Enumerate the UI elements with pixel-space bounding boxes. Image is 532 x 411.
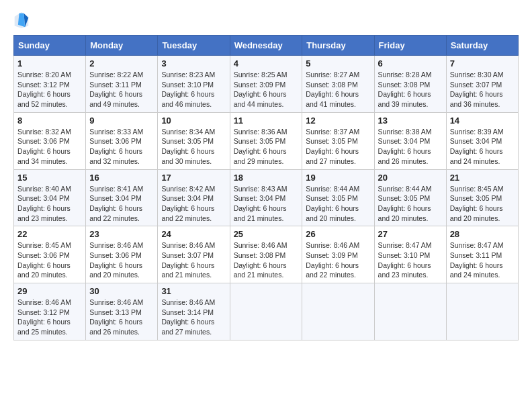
sunrise-text: Sunrise: 8:47 AM [378,241,432,249]
day-info: Sunrise: 8:40 AM Sunset: 3:04 PM Dayligh… [17,184,82,224]
calendar-cell: 28 Sunrise: 8:47 AM Sunset: 3:11 PM Dayl… [446,226,518,283]
daylight-text: Daylight: 6 hours and 26 minutes. [378,147,431,165]
calendar-cell: 23 Sunrise: 8:46 AM Sunset: 3:06 PM Dayl… [86,226,158,283]
sunrise-text: Sunrise: 8:46 AM [89,241,143,249]
calendar-cell: 8 Sunrise: 8:32 AM Sunset: 3:06 PM Dayli… [14,112,86,169]
daylight-text: Daylight: 6 hours and 27 minutes. [161,318,214,336]
sunset-text: Sunset: 3:05 PM [450,194,502,202]
calendar-cell [374,283,446,340]
sunset-text: Sunset: 3:09 PM [234,81,286,89]
day-info: Sunrise: 8:36 AM Sunset: 3:05 PM Dayligh… [234,127,299,167]
sunset-text: Sunset: 3:06 PM [17,251,70,259]
day-number: 8 [17,116,82,126]
daylight-text: Daylight: 6 hours and 22 minutes. [161,204,214,222]
sunset-text: Sunset: 3:14 PM [161,308,214,316]
daylight-text: Daylight: 6 hours and 22 minutes. [306,261,359,279]
calendar-cell: 18 Sunrise: 8:43 AM Sunset: 3:04 PM Dayl… [230,169,302,226]
day-number: 22 [17,229,82,239]
sunset-text: Sunset: 3:06 PM [17,137,70,145]
sunrise-text: Sunrise: 8:25 AM [234,71,287,79]
calendar-cell: 19 Sunrise: 8:44 AM Sunset: 3:05 PM Dayl… [302,169,374,226]
daylight-text: Daylight: 6 hours and 24 minutes. [450,147,503,165]
calendar-cell [230,283,302,340]
sunset-text: Sunset: 3:07 PM [161,251,214,259]
daylight-text: Daylight: 6 hours and 20 minutes. [89,261,142,279]
sunset-text: Sunset: 3:11 PM [89,81,142,89]
day-number: 6 [378,58,443,68]
day-number: 13 [378,116,443,126]
sunset-text: Sunset: 3:08 PM [306,81,358,89]
calendar-week-1: 1 Sunrise: 8:20 AM Sunset: 3:12 PM Dayli… [14,56,519,113]
calendar-cell: 10 Sunrise: 8:34 AM Sunset: 3:05 PM Dayl… [158,112,230,169]
day-info: Sunrise: 8:22 AM Sunset: 3:11 PM Dayligh… [89,70,154,109]
calendar-cell: 1 Sunrise: 8:20 AM Sunset: 3:12 PM Dayli… [14,56,86,113]
weekday-header-thursday: Thursday [302,36,374,56]
daylight-text: Daylight: 6 hours and 44 minutes. [234,90,287,108]
sunrise-text: Sunrise: 8:22 AM [89,71,143,79]
daylight-text: Daylight: 6 hours and 22 minutes. [89,204,142,222]
sunrise-text: Sunrise: 8:23 AM [161,71,215,79]
sunset-text: Sunset: 3:12 PM [17,308,70,316]
sunset-text: Sunset: 3:05 PM [234,137,286,145]
daylight-text: Daylight: 6 hours and 27 minutes. [306,147,359,165]
sunset-text: Sunset: 3:04 PM [161,194,214,202]
calendar-body: 1 Sunrise: 8:20 AM Sunset: 3:12 PM Dayli… [14,56,519,340]
calendar-cell: 14 Sunrise: 8:39 AM Sunset: 3:04 PM Dayl… [446,112,518,169]
calendar-cell: 30 Sunrise: 8:46 AM Sunset: 3:13 PM Dayl… [86,283,158,340]
daylight-text: Daylight: 6 hours and 34 minutes. [17,147,71,165]
calendar-cell: 26 Sunrise: 8:46 AM Sunset: 3:09 PM Dayl… [302,226,374,283]
day-info: Sunrise: 8:46 AM Sunset: 3:07 PM Dayligh… [161,240,226,280]
weekday-header-friday: Friday [374,36,446,56]
calendar-week-2: 8 Sunrise: 8:32 AM Sunset: 3:06 PM Dayli… [14,112,519,169]
calendar-cell: 3 Sunrise: 8:23 AM Sunset: 3:10 PM Dayli… [158,56,230,113]
daylight-text: Daylight: 6 hours and 23 minutes. [378,261,431,279]
sunrise-text: Sunrise: 8:46 AM [17,298,71,306]
day-number: 23 [89,229,154,239]
day-number: 28 [450,229,515,239]
calendar-cell: 13 Sunrise: 8:38 AM Sunset: 3:04 PM Dayl… [374,112,446,169]
sunset-text: Sunset: 3:04 PM [450,137,502,145]
sunrise-text: Sunrise: 8:46 AM [306,241,359,249]
calendar-cell: 9 Sunrise: 8:33 AM Sunset: 3:06 PM Dayli… [86,112,158,169]
daylight-text: Daylight: 6 hours and 20 minutes. [306,204,359,222]
day-number: 19 [306,173,370,183]
svg-marker-2 [18,13,25,28]
sunset-text: Sunset: 3:10 PM [161,81,214,89]
sunrise-text: Sunrise: 8:45 AM [450,185,504,193]
day-info: Sunrise: 8:42 AM Sunset: 3:04 PM Dayligh… [161,184,226,224]
day-number: 3 [161,58,226,68]
sunrise-text: Sunrise: 8:27 AM [306,71,359,79]
sunrise-text: Sunrise: 8:34 AM [161,128,215,136]
daylight-text: Daylight: 6 hours and 46 minutes. [161,90,214,108]
day-number: 16 [89,173,154,183]
calendar-week-4: 22 Sunrise: 8:45 AM Sunset: 3:06 PM Dayl… [14,226,519,283]
calendar-cell: 17 Sunrise: 8:42 AM Sunset: 3:04 PM Dayl… [158,169,230,226]
day-number: 31 [161,286,226,296]
calendar-cell: 2 Sunrise: 8:22 AM Sunset: 3:11 PM Dayli… [86,56,158,113]
calendar-week-5: 29 Sunrise: 8:46 AM Sunset: 3:12 PM Dayl… [14,283,519,340]
day-info: Sunrise: 8:45 AM Sunset: 3:06 PM Dayligh… [17,240,82,280]
sunrise-text: Sunrise: 8:37 AM [306,128,359,136]
day-number: 4 [234,58,299,68]
sunset-text: Sunset: 3:08 PM [378,81,431,89]
calendar-cell: 15 Sunrise: 8:40 AM Sunset: 3:04 PM Dayl… [14,169,86,226]
day-info: Sunrise: 8:39 AM Sunset: 3:04 PM Dayligh… [450,127,515,167]
daylight-text: Daylight: 6 hours and 21 minutes. [161,261,214,279]
calendar-cell: 11 Sunrise: 8:36 AM Sunset: 3:05 PM Dayl… [230,112,302,169]
day-info: Sunrise: 8:38 AM Sunset: 3:04 PM Dayligh… [378,127,443,167]
calendar-cell: 16 Sunrise: 8:41 AM Sunset: 3:04 PM Dayl… [86,169,158,226]
daylight-text: Daylight: 6 hours and 49 minutes. [89,90,142,108]
sunset-text: Sunset: 3:08 PM [234,251,286,259]
day-number: 29 [17,286,82,296]
day-number: 9 [89,116,154,126]
day-info: Sunrise: 8:25 AM Sunset: 3:09 PM Dayligh… [234,70,299,109]
day-info: Sunrise: 8:44 AM Sunset: 3:05 PM Dayligh… [306,184,370,224]
day-info: Sunrise: 8:23 AM Sunset: 3:10 PM Dayligh… [161,70,226,109]
daylight-text: Daylight: 6 hours and 20 minutes. [378,204,431,222]
weekday-header-monday: Monday [86,36,158,56]
day-info: Sunrise: 8:28 AM Sunset: 3:08 PM Dayligh… [378,70,443,109]
sunset-text: Sunset: 3:05 PM [306,137,358,145]
sunrise-text: Sunrise: 8:28 AM [378,71,432,79]
daylight-text: Daylight: 6 hours and 20 minutes. [17,261,71,279]
day-info: Sunrise: 8:32 AM Sunset: 3:06 PM Dayligh… [17,127,82,167]
